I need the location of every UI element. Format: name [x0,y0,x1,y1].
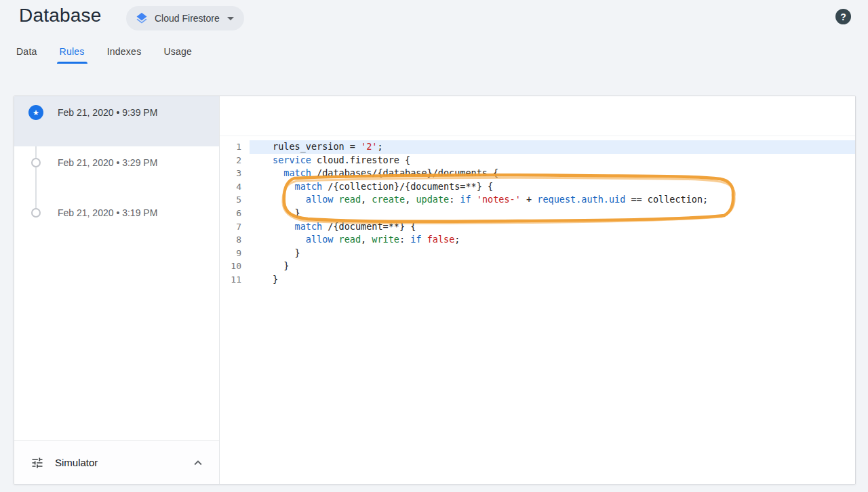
code-line[interactable]: 1rules_version = '2'; [220,140,855,154]
code-text: allow read, create, update: if 'notes-' … [250,193,855,207]
editor-toolbar [220,96,855,136]
code-line[interactable]: 5 allow read, create, update: if 'notes-… [220,193,855,207]
tabs: DataRulesIndexesUsage [16,39,192,64]
code-line[interactable]: 10 } [220,260,855,273]
line-number: 5 [220,193,250,207]
version-label: Feb 21, 2020 • 3:29 PM [58,155,157,170]
rules-panel: ★Feb 21, 2020 • 9:39 PMFeb 21, 2020 • 3:… [14,96,856,485]
product-selector[interactable]: Cloud Firestore [126,6,244,30]
version-list: ★Feb 21, 2020 • 9:39 PMFeb 21, 2020 • 3:… [14,96,219,247]
line-number: 8 [220,233,250,247]
line-number: 6 [220,207,250,220]
line-number: 10 [220,260,250,273]
version-row[interactable]: Feb 21, 2020 • 3:29 PM [14,146,219,197]
version-row[interactable]: Feb 21, 2020 • 3:19 PM [14,197,219,247]
line-number: 9 [220,247,250,260]
version-row[interactable]: ★Feb 21, 2020 • 9:39 PM [14,96,219,146]
code-text: rules_version = '2'; [250,140,855,154]
code-line[interactable]: 2service cloud.firestore { [220,154,855,167]
code-text: service cloud.firestore { [250,154,855,167]
tab-usage[interactable]: Usage [163,39,192,64]
sidebar-spacer [14,247,219,440]
code-line[interactable]: 11} [220,273,855,287]
tab-rules[interactable]: Rules [60,39,85,64]
code-text: } [250,273,855,287]
code-line[interactable]: 4 match /{collection}/{documents=**} { [220,180,855,194]
product-selector-label: Cloud Firestore [155,13,220,24]
code-line[interactable]: 3 match /databases/{database}/documents … [220,167,855,180]
line-number: 3 [220,167,250,180]
code-line[interactable]: 7 match /{document=**} { [220,220,855,234]
code-text: match /databases/{database}/documents { [250,167,855,180]
version-label: Feb 21, 2020 • 3:19 PM [58,205,157,220]
tab-data[interactable]: Data [16,39,37,64]
code-text: } [250,207,855,220]
tune-icon [31,456,44,470]
rules-editor[interactable]: 1rules_version = '2';2service cloud.fire… [220,96,855,484]
version-label: Feb 21, 2020 • 9:39 PM [58,105,157,120]
code-line[interactable]: 6 } [220,207,855,220]
code-text: } [250,247,855,260]
header: Database Cloud Firestore ? [0,0,868,38]
code-lines: 1rules_version = '2';2service cloud.fire… [220,136,855,287]
question-mark-icon: ? [840,12,846,22]
simulator-toggle[interactable]: Simulator [14,440,219,484]
code-text: match /{collection}/{documents=**} { [250,180,855,194]
version-dot-icon [31,158,41,167]
simulator-label: Simulator [55,457,180,468]
selected-version-star-icon: ★ [28,105,43,120]
line-number: 7 [220,220,250,234]
firestore-layers-icon [135,12,149,25]
code-text: match /{document=**} { [250,220,855,234]
line-number: 1 [220,140,250,154]
code-text: allow read, write: if false; [250,233,855,247]
version-history-sidebar: ★Feb 21, 2020 • 9:39 PMFeb 21, 2020 • 3:… [14,96,220,484]
line-number: 11 [220,273,250,287]
tab-indexes[interactable]: Indexes [107,39,142,64]
chevron-up-icon[interactable] [191,455,205,470]
code-text: } [250,260,855,273]
page-title: Database [19,5,101,26]
code-line[interactable]: 9 } [220,247,855,260]
line-number: 2 [220,154,250,167]
chevron-down-icon [227,17,234,20]
help-button[interactable]: ? [835,9,851,24]
version-dot-icon [31,208,41,218]
line-number: 4 [220,180,250,194]
code-line[interactable]: 8 allow read, write: if false; [220,233,855,247]
